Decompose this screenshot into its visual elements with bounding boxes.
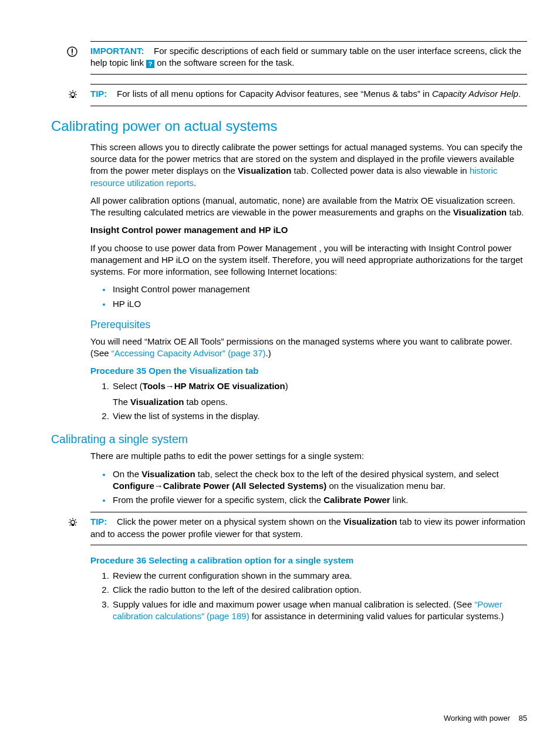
heading-prerequisites: Prerequisites bbox=[90, 318, 527, 332]
sec1-p1-bold: Visualization bbox=[238, 166, 291, 175]
sec2-b2-b: link. bbox=[390, 495, 409, 505]
svg-line-18 bbox=[70, 525, 71, 526]
tip1-text-ital: Capacity Advisor Help bbox=[432, 89, 518, 99]
svg-line-10 bbox=[70, 96, 71, 97]
sec2-b2-a: From the profile viewer for a specific s… bbox=[113, 495, 323, 505]
sec2-b2-bold: Calibrate Power bbox=[323, 495, 390, 505]
proc35-step2: View the list of systems in the display. bbox=[112, 410, 527, 422]
tip2-text-bold: Visualization bbox=[343, 517, 397, 526]
list-item: Insight Control power management bbox=[112, 283, 527, 295]
help-icon: ? bbox=[146, 60, 154, 68]
svg-line-16 bbox=[70, 519, 71, 521]
proc36-s3-b: for assistance in determining valid valu… bbox=[249, 611, 504, 621]
sec1-p2-a: All power calibration options (manual, a… bbox=[90, 195, 515, 217]
svg-line-9 bbox=[75, 91, 76, 92]
prereq-p-b: .) bbox=[265, 348, 271, 358]
tip-callout-1: TIP: For lists of all menu options for C… bbox=[90, 84, 527, 106]
important-callout: IMPORTANT: For specific descriptions of … bbox=[90, 41, 527, 75]
important-body: IMPORTANT: For specific descriptions of … bbox=[90, 45, 527, 69]
proc35-s1-b1: Tools bbox=[143, 381, 166, 391]
proc35-s1-sub: The Visualization tab opens. bbox=[113, 396, 527, 408]
svg-line-19 bbox=[75, 525, 76, 526]
proc36-s3-a: Supply values for idle and maximum power… bbox=[113, 599, 474, 609]
sec1-p1-b: tab. Collected power data is also viewab… bbox=[291, 166, 470, 175]
sec2-b1-b: tab, select the check box to the left of… bbox=[195, 469, 499, 479]
proc36-step1: Review the current configuration shown i… bbox=[112, 570, 527, 582]
link-accessing-ca[interactable]: “Accessing Capacity Advisor” (page 37) bbox=[112, 348, 266, 358]
proc35-s1-sub-bold: Visualization bbox=[130, 397, 184, 407]
tip-callout-2: TIP: Click the power meter on a physical… bbox=[90, 512, 527, 545]
tip1-body: TIP: For lists of all menu options for C… bbox=[90, 88, 527, 101]
sec2-b1-a: On the bbox=[113, 469, 141, 479]
prereq-p: You will need “Matrix OE All Tools” perm… bbox=[90, 336, 527, 360]
svg-line-11 bbox=[75, 96, 76, 97]
proc35-s1-c: ) bbox=[285, 381, 288, 391]
proc35-step1: Select (Tools→HP Matrix OE visualization… bbox=[112, 380, 527, 408]
proc35-s1-sub-a: The bbox=[113, 397, 130, 407]
svg-rect-1 bbox=[72, 49, 73, 53]
heading-calibrating-power: Calibrating power on actual systems bbox=[51, 117, 527, 136]
proc35-steps: Select (Tools→HP Matrix OE visualization… bbox=[90, 380, 527, 422]
page: IMPORTANT: For specific descriptions of … bbox=[0, 0, 560, 746]
sec2-b1-c: on the visualization menu bar. bbox=[326, 481, 446, 491]
sec1-p1: This screen allows you to directly calib… bbox=[90, 141, 527, 189]
list-item: HP iLO bbox=[112, 298, 527, 310]
tip2-label: TIP: bbox=[90, 517, 107, 526]
svg-line-8 bbox=[70, 91, 71, 92]
proc35-title: Procedure 35 Open the Visualization tab bbox=[90, 365, 527, 377]
tip-icon bbox=[67, 88, 90, 101]
proc36-step2: Click the radio button to the left of th… bbox=[112, 584, 527, 596]
sec1-p2-b: tab. bbox=[507, 207, 524, 217]
proc36-step3: Supply values for idle and maximum power… bbox=[112, 599, 527, 623]
proc36-title: Procedure 36 Selecting a calibration opt… bbox=[90, 555, 527, 566]
important-text-1: For specific descriptions of each field … bbox=[90, 46, 521, 67]
sec1-p2: All power calibration options (manual, a… bbox=[90, 195, 527, 219]
arrow-icon: → bbox=[154, 481, 163, 491]
page-footer: Working with power 85 bbox=[444, 713, 527, 724]
sec1-p1-c: . bbox=[194, 178, 196, 188]
sec2-p1: There are multiple paths to edit the pow… bbox=[90, 450, 527, 462]
sec2-b1-bold3: Calibrate Power (All Selected Systems) bbox=[163, 481, 326, 491]
tip-icon bbox=[67, 516, 90, 540]
svg-line-17 bbox=[75, 519, 76, 521]
svg-point-12 bbox=[71, 521, 75, 525]
sec2-bullets: On the Visualization tab, select the che… bbox=[90, 468, 527, 507]
sec1-p3: If you choose to use power data from Pow… bbox=[90, 242, 527, 278]
sec1-body: This screen allows you to directly calib… bbox=[90, 141, 527, 422]
sec2-b1-bold2: Configure bbox=[113, 481, 154, 491]
sec2-body: There are multiple paths to edit the pow… bbox=[90, 450, 527, 622]
sec1-bullets: Insight Control power management HP iLO bbox=[90, 283, 527, 310]
svg-point-3 bbox=[71, 92, 75, 96]
proc35-s1-sub-b: tab opens. bbox=[184, 397, 227, 407]
tip2-body: TIP: Click the power meter on a physical… bbox=[90, 516, 527, 540]
arrow-icon: → bbox=[166, 381, 174, 391]
page-number: 85 bbox=[519, 714, 527, 723]
proc35-s1-b2: HP Matrix OE visualization bbox=[174, 381, 285, 391]
sec2-b1-bold1: Visualization bbox=[141, 469, 195, 479]
important-text-2: on the software screen for the task. bbox=[157, 58, 294, 67]
proc35-s1-a: Select ( bbox=[113, 381, 143, 391]
list-item: From the profile viewer for a specific s… bbox=[112, 494, 527, 506]
proc36-steps: Review the current configuration shown i… bbox=[90, 570, 527, 622]
important-icon bbox=[67, 45, 90, 69]
list-item: On the Visualization tab, select the che… bbox=[112, 468, 527, 492]
footer-text: Working with power bbox=[444, 714, 510, 723]
svg-rect-2 bbox=[72, 53, 73, 55]
sec1-sub-bold: Insight Control power management and HP … bbox=[90, 224, 527, 236]
important-label: IMPORTANT: bbox=[90, 46, 144, 56]
tip2-text-1: Click the power meter on a physical syst… bbox=[117, 517, 343, 526]
tip1-text-1: For lists of all menu options for Capaci… bbox=[117, 89, 432, 99]
sec1-p2-bold: Visualization bbox=[453, 207, 507, 217]
sec1-sub-bold-text: Insight Control power management and HP … bbox=[90, 225, 288, 235]
tip1-label: TIP: bbox=[90, 89, 107, 99]
heading-calibrating-single: Calibrating a single system bbox=[51, 431, 527, 447]
tip1-text-2: . bbox=[518, 89, 521, 99]
